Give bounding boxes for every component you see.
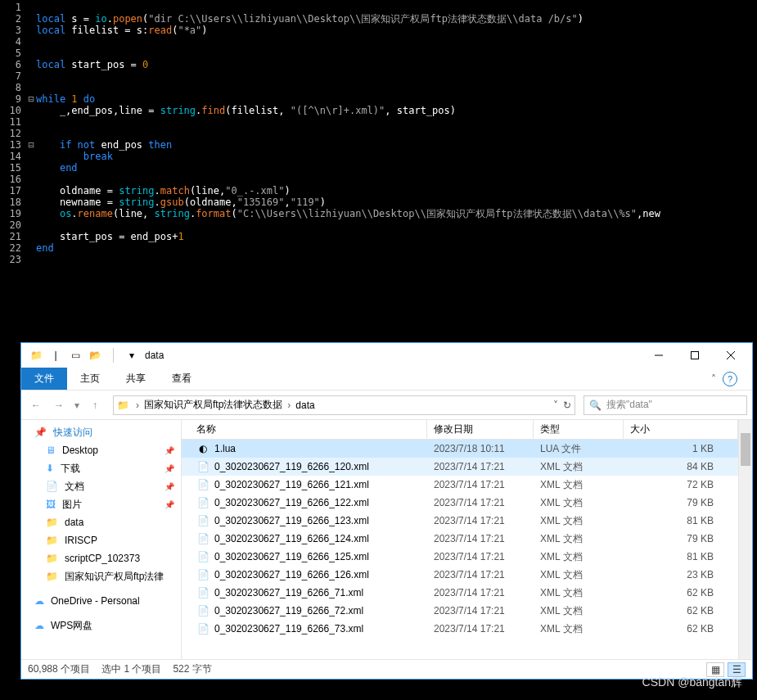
table-row[interactable]: 📄0_3020230627_119_6266_123.xml2023/7/14 …	[182, 512, 738, 530]
file-name: 0_3020230627_119_6266_121.xml	[214, 479, 369, 490]
table-row[interactable]: 📄0_3020230627_119_6266_71.xml2023/7/14 1…	[182, 584, 738, 602]
minimize-ribbon-icon[interactable]: ˄	[711, 373, 716, 385]
scrollbar[interactable]	[738, 420, 752, 659]
column-type[interactable]: 类型	[534, 420, 624, 439]
view-details-button[interactable]: ☰	[728, 662, 746, 677]
table-row[interactable]: 📄0_3020230627_119_6266_126.xml2023/7/14 …	[182, 566, 738, 584]
sidebar-item[interactable]: 📄文档📌	[21, 477, 181, 495]
up-button[interactable]: ↑	[85, 395, 105, 415]
code-line[interactable]: newname = string.gsub(oldname,"135169","…	[36, 196, 757, 208]
code-line[interactable]: local filelist = s:read("*a")	[36, 25, 757, 36]
cloud-icon: ☁	[34, 595, 44, 607]
file-type: XML 文档	[534, 460, 624, 474]
sidebar-item[interactable]: 📁scriptCP_102373	[21, 549, 181, 567]
status-selection: 选中 1 个项目	[101, 662, 161, 676]
line-number: 20	[0, 219, 26, 231]
table-row[interactable]: 📄0_3020230627_119_6266_121.xml2023/7/14 …	[182, 476, 738, 494]
table-row[interactable]: 📄0_3020230627_119_6266_122.xml2023/7/14 …	[182, 494, 738, 512]
qat-dropdown-icon[interactable]: ▾	[125, 349, 138, 362]
line-number: 23	[0, 254, 26, 265]
breadcrumb-current[interactable]: data	[292, 400, 318, 411]
code-line[interactable]: os.rename(line, string.format("C:\\Users…	[36, 208, 757, 219]
open-icon[interactable]: 📂	[88, 349, 101, 362]
line-number: 1	[0, 2, 26, 13]
search-icon: 🔍	[589, 400, 602, 411]
titlebar[interactable]: 📁 | ▭ 📂 ▾ data	[21, 343, 752, 368]
code-line[interactable]: oldname = string.match(line,"0_.-.xml")	[36, 185, 757, 196]
close-button[interactable]	[713, 344, 749, 367]
column-date[interactable]: 修改日期	[427, 420, 534, 439]
table-row[interactable]: 📄0_3020230627_119_6266_124.xml2023/7/14 …	[182, 530, 738, 548]
code-line[interactable]	[36, 70, 757, 82]
code-line[interactable]	[36, 128, 757, 139]
file-date: 2023/7/14 17:21	[427, 533, 534, 544]
code-line[interactable]: if not end_pos then	[36, 139, 757, 151]
chevron-right-icon[interactable]: ›	[134, 400, 141, 411]
tab-share[interactable]: 共享	[113, 368, 159, 390]
sidebar-item[interactable]: 📁data	[21, 513, 181, 531]
sidebar-quick-access[interactable]: 📌 快速访问	[21, 423, 181, 441]
file-icon: 📄	[196, 532, 210, 545]
file-list[interactable]: ◐1.lua2023/7/18 10:11LUA 文件1 KB📄0_302023…	[182, 440, 738, 659]
column-name[interactable]: 名称	[190, 420, 427, 439]
refresh-icon[interactable]: ↻	[563, 400, 571, 411]
help-icon[interactable]: ?	[723, 372, 737, 386]
tab-home[interactable]: 主页	[67, 368, 113, 390]
minimize-button[interactable]	[641, 344, 677, 367]
code-line[interactable]	[36, 174, 757, 185]
code-line[interactable]	[36, 47, 757, 59]
sidebar-item-label: 下载	[61, 462, 80, 476]
search-input[interactable]: 🔍 搜索"data"	[584, 395, 747, 415]
address-dropdown-icon[interactable]: ˅	[553, 400, 558, 411]
file-icon: 📄	[196, 568, 210, 581]
address-bar[interactable]: 📁 › 国家知识产权局ftp法律状态数据 › data ˅ ↻	[113, 395, 575, 415]
code-line[interactable]: break	[36, 151, 757, 162]
code-line[interactable]: start_pos = end_pos+1	[36, 231, 757, 242]
sidebar-item[interactable]: 🖥Desktop📌	[21, 441, 181, 459]
file-name: 0_3020230627_119_6266_72.xml	[214, 605, 363, 616]
sidebar-onedrive[interactable]: ☁ OneDrive - Personal	[21, 592, 181, 610]
code-line[interactable]	[36, 36, 757, 47]
code-line[interactable]: local s = io.popen("dir C:\\Users\\lizhi…	[36, 13, 757, 25]
sidebar[interactable]: 📌 快速访问 🖥Desktop📌⬇下载📌📄文档📌🖼图片📌📁data📁IRISCP…	[21, 420, 182, 659]
table-row[interactable]: 📄0_3020230627_119_6266_73.xml2023/7/14 1…	[182, 620, 738, 638]
table-row[interactable]: 📄0_3020230627_119_6266_125.xml2023/7/14 …	[182, 548, 738, 566]
view-large-icons-button[interactable]: ▦	[706, 662, 724, 677]
code-line[interactable]: while 1 do	[36, 93, 757, 105]
qat-separator: |	[49, 349, 62, 362]
props-icon[interactable]: ▭	[69, 349, 82, 362]
breadcrumb-parent[interactable]: 国家知识产权局ftp法律状态数据	[141, 398, 286, 412]
code-line[interactable]	[36, 254, 757, 265]
code-editor[interactable]: 12local s = io.popen("dir C:\\Users\\liz…	[0, 0, 757, 265]
maximize-button[interactable]	[677, 344, 713, 367]
chevron-right-icon[interactable]: ›	[286, 400, 292, 411]
code-line[interactable]	[36, 219, 757, 231]
forward-button[interactable]: →	[49, 395, 69, 415]
code-line[interactable]	[36, 82, 757, 93]
table-row[interactable]: 📄0_3020230627_119_6266_120.xml2023/7/14 …	[182, 458, 738, 476]
file-type: XML 文档	[534, 622, 624, 636]
code-line[interactable]: end	[36, 242, 757, 254]
recent-dropdown-icon[interactable]: ▾	[72, 395, 82, 415]
tab-file[interactable]: 文件	[21, 368, 67, 390]
sidebar-item[interactable]: 📁国家知识产权局ftp法律	[21, 567, 181, 585]
column-size[interactable]: 大小	[624, 420, 738, 439]
file-name: 1.lua	[214, 443, 236, 454]
code-line[interactable]	[36, 116, 757, 128]
code-line[interactable]: _,end_pos,line = string.find(filelist, "…	[36, 105, 757, 116]
sidebar-wps[interactable]: ☁ WPS网盘	[21, 616, 181, 635]
back-button[interactable]: ←	[26, 395, 46, 415]
code-line[interactable]: local start_pos = 0	[36, 59, 757, 70]
code-line[interactable]	[36, 2, 757, 13]
sidebar-item[interactable]: 📁IRISCP	[21, 531, 181, 549]
line-number: 11	[0, 116, 26, 128]
code-line[interactable]: end	[36, 162, 757, 174]
sidebar-item[interactable]: 🖼图片📌	[21, 495, 181, 513]
scrollbar-thumb[interactable]	[741, 433, 750, 466]
tab-view[interactable]: 查看	[159, 368, 205, 390]
line-number: 8	[0, 82, 26, 93]
file-type: XML 文档	[534, 568, 624, 582]
sidebar-item[interactable]: ⬇下载📌	[21, 459, 181, 477]
table-row[interactable]: 📄0_3020230627_119_6266_72.xml2023/7/14 1…	[182, 602, 738, 620]
table-row[interactable]: ◐1.lua2023/7/18 10:11LUA 文件1 KB	[182, 440, 738, 458]
